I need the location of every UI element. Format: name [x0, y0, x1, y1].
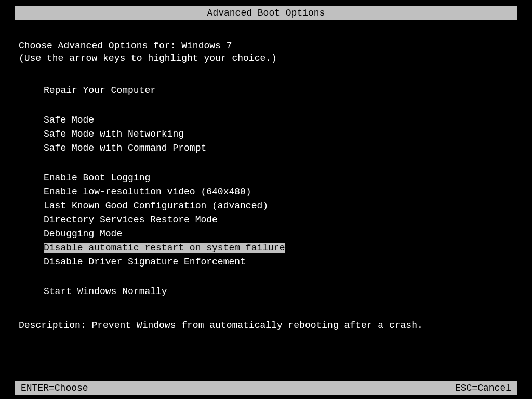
- boot-menu: Repair Your Computer Safe Mode Safe Mode…: [44, 85, 513, 300]
- content-area: Choose Advanced Options for: Windows 7 (…: [19, 41, 513, 330]
- menu-item-safe-mode-cmd[interactable]: Safe Mode with Command Prompt: [44, 143, 206, 153]
- header-line-1: Choose Advanced Options for: Windows 7: [19, 41, 513, 51]
- description-text: Prevent Windows from automatically reboo…: [91, 320, 422, 330]
- menu-item-ds-restore[interactable]: Directory Services Restore Mode: [44, 215, 218, 225]
- menu-item-repair[interactable]: Repair Your Computer: [44, 85, 156, 96]
- footer-bar: ENTER=Choose ESC=Cancel: [15, 381, 517, 395]
- menu-item-low-res[interactable]: Enable low-resolution video (640x480): [44, 187, 251, 197]
- menu-item-disable-driver-sig[interactable]: Disable Driver Signature Enforcement: [44, 257, 246, 267]
- title-bar: Advanced Boot Options: [15, 6, 517, 20]
- menu-item-start-normally[interactable]: Start Windows Normally: [44, 286, 167, 297]
- menu-item-safe-mode[interactable]: Safe Mode: [44, 115, 94, 125]
- menu-item-debugging[interactable]: Debugging Mode: [44, 229, 122, 239]
- description-line: Description: Prevent Windows from automa…: [19, 320, 513, 330]
- footer-enter-hint: ENTER=Choose: [21, 383, 88, 393]
- header-line-2: (Use the arrow keys to highlight your ch…: [19, 53, 513, 63]
- menu-item-boot-logging[interactable]: Enable Boot Logging: [44, 172, 150, 183]
- menu-item-safe-mode-networking[interactable]: Safe Mode with Networking: [44, 129, 184, 139]
- menu-item-last-known-good[interactable]: Last Known Good Configuration (advanced): [44, 201, 268, 211]
- title-text: Advanced Boot Options: [207, 8, 325, 18]
- footer-esc-hint: ESC=Cancel: [455, 383, 511, 393]
- menu-item-disable-auto-restart[interactable]: Disable automatic restart on system fail…: [44, 243, 285, 253]
- description-label: Description:: [19, 320, 86, 330]
